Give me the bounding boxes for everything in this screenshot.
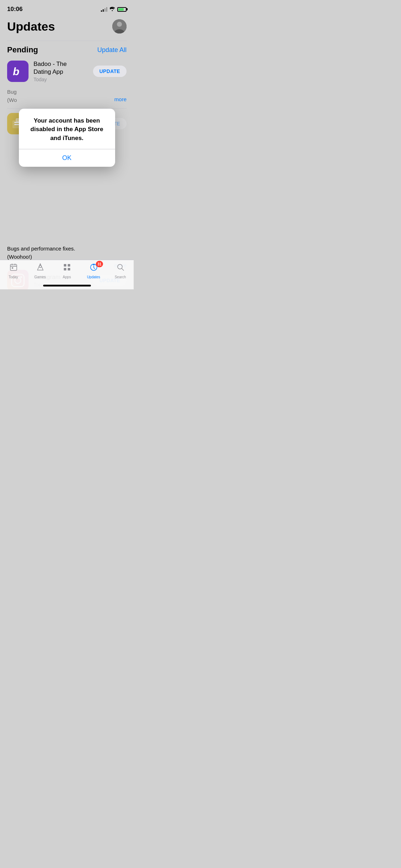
modal-overlay: Your account has been disabled in the Ap…: [0, 16, 134, 260]
status-icons: [101, 6, 127, 12]
tab-search-label: Search: [115, 275, 126, 279]
battery-icon: [117, 7, 127, 12]
tab-updates[interactable]: 31 Updates: [80, 263, 107, 279]
tab-updates-label: Updates: [87, 275, 100, 279]
signal-icon: [101, 7, 107, 12]
svg-rect-16: [68, 264, 70, 267]
status-bar: 10:06: [0, 0, 134, 16]
tab-today-label: Today: [9, 275, 18, 279]
wifi-icon: [109, 6, 115, 12]
alert-message: Your account has been disabled in the Ap…: [19, 109, 115, 149]
tab-games-label: Games: [34, 275, 46, 279]
today-icon: [9, 263, 18, 274]
tab-today[interactable]: Today: [0, 263, 27, 279]
svg-line-21: [122, 269, 124, 271]
alert-ok-button[interactable]: OK: [19, 149, 115, 167]
updates-badge: 31: [96, 261, 103, 267]
svg-rect-17: [64, 268, 66, 270]
svg-rect-8: [10, 264, 17, 270]
svg-point-13: [39, 265, 41, 268]
alert-dialog: Your account has been disabled in the Ap…: [19, 109, 115, 167]
svg-rect-15: [64, 264, 66, 267]
tab-apps[interactable]: Apps: [53, 263, 80, 279]
status-time: 10:06: [7, 6, 22, 13]
svg-rect-10: [12, 264, 12, 265]
search-icon: [116, 263, 125, 274]
tab-games[interactable]: Games: [27, 263, 53, 279]
svg-rect-11: [15, 264, 15, 265]
svg-rect-9: [10, 266, 17, 267]
svg-rect-18: [68, 268, 70, 270]
apps-icon: [63, 263, 71, 274]
tab-search[interactable]: Search: [107, 263, 134, 279]
tab-apps-label: Apps: [63, 275, 71, 279]
home-indicator: [43, 285, 91, 286]
battery-fill: [118, 8, 124, 11]
svg-rect-12: [12, 267, 13, 269]
updates-icon: 31: [89, 263, 98, 274]
games-icon: [36, 263, 45, 274]
